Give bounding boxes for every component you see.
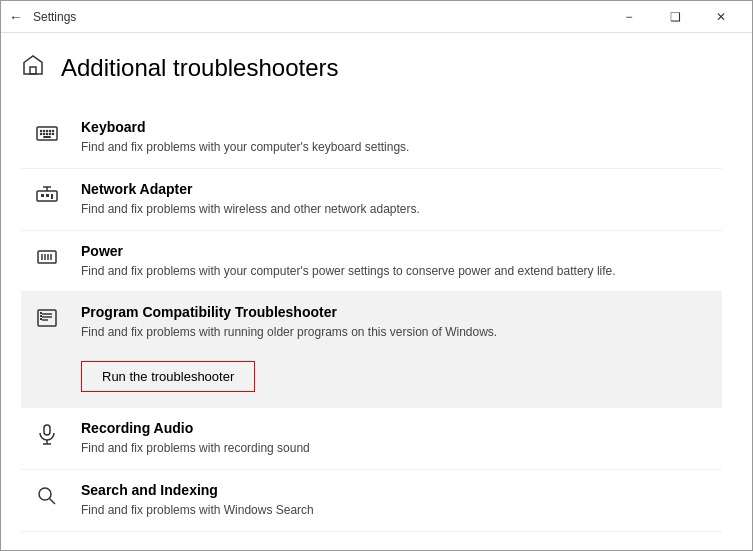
search-indexing-text: Search and Indexing Find and fix problem…	[81, 482, 314, 519]
back-button[interactable]: ←	[9, 9, 23, 25]
svg-rect-31	[44, 425, 50, 435]
svg-line-35	[50, 498, 56, 504]
program-compat-icon	[29, 306, 65, 330]
maximize-button[interactable]: ❑	[652, 1, 698, 33]
list-item: Recording Audio Find and fix problems wi…	[21, 408, 722, 470]
keyboard-title: Keyboard	[81, 119, 409, 135]
power-title: Power	[81, 243, 616, 259]
network-adapter-text: Network Adapter Find and fix problems wi…	[81, 181, 420, 218]
home-icon	[21, 53, 45, 83]
recording-audio-icon	[29, 422, 65, 446]
program-compat-text: Program Compatibility Troubleshooter Fin…	[81, 304, 497, 341]
keyboard-icon	[29, 121, 65, 145]
svg-rect-16	[41, 194, 44, 197]
svg-rect-17	[46, 194, 49, 197]
list-item: Keyboard Find and fix problems with your…	[21, 107, 722, 169]
expanded-section: Run the troubleshooter	[21, 353, 722, 408]
power-icon	[29, 245, 65, 269]
close-button[interactable]: ✕	[698, 1, 744, 33]
page-title: Additional troubleshooters	[61, 54, 339, 82]
recording-audio-text: Recording Audio Find and fix problems wi…	[81, 420, 310, 457]
svg-rect-19	[38, 251, 56, 263]
recording-audio-desc: Find and fix problems with recording sou…	[81, 440, 310, 457]
search-indexing-desc: Find and fix problems with Windows Searc…	[81, 502, 314, 519]
svg-rect-29	[40, 315, 42, 317]
search-indexing-icon	[29, 484, 65, 508]
svg-rect-18	[51, 194, 53, 199]
search-indexing-title: Search and Indexing	[81, 482, 314, 498]
network-adapter-title: Network Adapter	[81, 181, 420, 197]
run-troubleshooter-button[interactable]: Run the troubleshooter	[81, 361, 255, 392]
window-title: Settings	[33, 10, 606, 24]
keyboard-desc: Find and fix problems with your computer…	[81, 139, 409, 156]
svg-point-34	[39, 488, 51, 500]
content-area: Additional troubleshooters	[1, 33, 752, 551]
program-compat-title: Program Compatibility Troubleshooter	[81, 304, 497, 320]
titlebar: ← Settings − ❑ ✕	[1, 1, 752, 33]
power-text: Power Find and fix problems with your co…	[81, 243, 616, 280]
svg-rect-30	[40, 318, 42, 320]
list-item: Power Find and fix problems with your co…	[21, 231, 722, 293]
svg-rect-0	[30, 67, 36, 74]
network-adapter-icon	[29, 183, 65, 207]
list-item: Network Adapter Find and fix problems wi…	[21, 169, 722, 231]
power-desc: Find and fix problems with your computer…	[81, 263, 616, 280]
network-adapter-desc: Find and fix problems with wireless and …	[81, 201, 420, 218]
minimize-button[interactable]: −	[606, 1, 652, 33]
keyboard-text: Keyboard Find and fix problems with your…	[81, 119, 409, 156]
page-header: Additional troubleshooters	[21, 53, 722, 83]
svg-rect-28	[40, 312, 42, 314]
list-item: Search and Indexing Find and fix problem…	[21, 470, 722, 532]
recording-audio-title: Recording Audio	[81, 420, 310, 436]
list-item: Program Compatibility Troubleshooter Fin…	[21, 292, 722, 353]
program-compat-desc: Find and fix problems with running older…	[81, 324, 497, 341]
window-controls: − ❑ ✕	[606, 1, 744, 33]
main-panel: Additional troubleshooters	[1, 33, 752, 551]
